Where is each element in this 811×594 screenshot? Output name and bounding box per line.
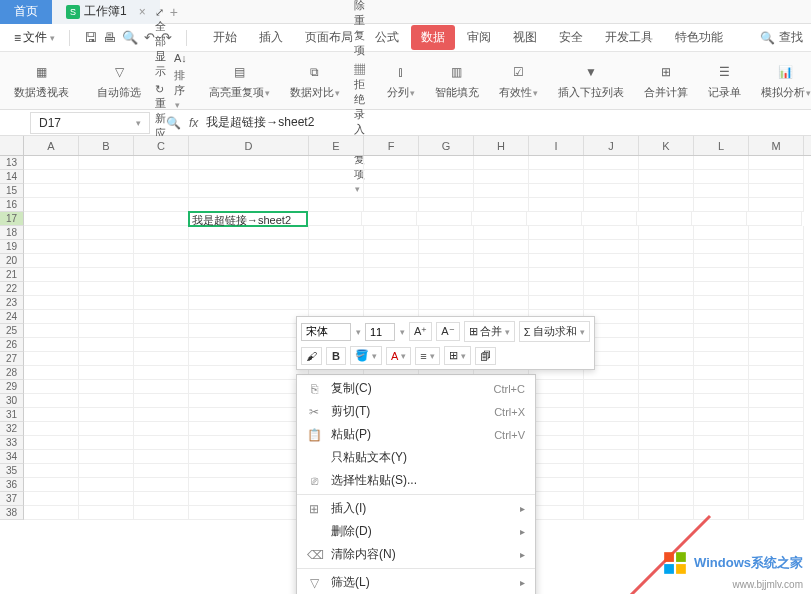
cell[interactable] [189, 226, 309, 240]
border-icon[interactable]: ⊞▾ [444, 346, 471, 365]
cell[interactable] [189, 310, 309, 324]
row-header[interactable]: 16 [0, 198, 24, 212]
cell[interactable] [364, 170, 419, 184]
cell[interactable] [417, 212, 472, 226]
col-header[interactable]: J [584, 136, 639, 155]
cell[interactable] [309, 198, 364, 212]
cell[interactable] [134, 240, 189, 254]
col-header[interactable]: K [639, 136, 694, 155]
cell[interactable] [189, 240, 309, 254]
context-menu-item[interactable]: ▽筛选(L)▸ [297, 571, 535, 594]
data-compare-button[interactable]: ⧉ 数据对比▾ [284, 61, 346, 100]
cell[interactable] [584, 226, 639, 240]
row-header[interactable]: 30 [0, 394, 24, 408]
undo-icon[interactable]: ↶ [144, 30, 155, 45]
cell[interactable] [474, 254, 529, 268]
cell[interactable] [419, 156, 474, 170]
cell[interactable] [79, 422, 134, 436]
cell[interactable] [529, 198, 584, 212]
context-menu-item[interactable]: ✂剪切(T)Ctrl+X [297, 400, 535, 423]
cell[interactable] [189, 254, 309, 268]
cell[interactable] [749, 226, 804, 240]
cell[interactable] [364, 240, 419, 254]
cell[interactable] [79, 506, 134, 520]
fx-icon[interactable]: fx [189, 116, 198, 130]
col-header[interactable]: E [309, 136, 364, 155]
cell[interactable] [584, 198, 639, 212]
cell[interactable] [584, 408, 639, 422]
cell[interactable] [24, 254, 79, 268]
cell[interactable] [134, 464, 189, 478]
row-header[interactable]: 27 [0, 352, 24, 366]
cell[interactable] [189, 268, 309, 282]
cell[interactable] [584, 492, 639, 506]
cell[interactable] [637, 212, 692, 226]
cell[interactable] [24, 436, 79, 450]
cell[interactable] [24, 156, 79, 170]
cell[interactable] [639, 380, 694, 394]
cell[interactable] [189, 324, 309, 338]
cell[interactable] [24, 296, 79, 310]
cell[interactable] [24, 184, 79, 198]
cell[interactable] [692, 212, 747, 226]
tab-data[interactable]: 数据 [411, 25, 455, 50]
cell[interactable] [694, 408, 749, 422]
cell[interactable] [639, 156, 694, 170]
cell[interactable] [639, 422, 694, 436]
col-header[interactable]: C [134, 136, 189, 155]
cell[interactable] [529, 240, 584, 254]
cell[interactable] [24, 198, 79, 212]
row-header[interactable]: 26 [0, 338, 24, 352]
align-icon[interactable]: ≡▾ [415, 347, 439, 365]
smart-fill-button[interactable]: ▥ 智能填充 [429, 61, 485, 100]
cell[interactable] [474, 184, 529, 198]
cell[interactable] [134, 296, 189, 310]
cell[interactable] [79, 436, 134, 450]
cell[interactable] [79, 478, 134, 492]
cell[interactable] [694, 380, 749, 394]
cell[interactable] [419, 198, 474, 212]
cell[interactable] [134, 436, 189, 450]
row-header[interactable]: 21 [0, 268, 24, 282]
cell[interactable] [134, 492, 189, 506]
cell[interactable] [639, 436, 694, 450]
cell[interactable] [694, 478, 749, 492]
context-menu-item[interactable]: 只粘贴文本(Y) [297, 446, 535, 469]
row-header[interactable]: 23 [0, 296, 24, 310]
cell[interactable] [639, 170, 694, 184]
cell[interactable] [749, 366, 804, 380]
cell[interactable] [694, 240, 749, 254]
cell[interactable] [694, 464, 749, 478]
consolidate-button[interactable]: ⊞ 合并计算 [638, 61, 694, 100]
cell[interactable] [529, 282, 584, 296]
cell[interactable] [474, 240, 529, 254]
fill-color-icon[interactable]: 🪣▾ [350, 346, 382, 365]
cell[interactable] [584, 422, 639, 436]
context-menu-item[interactable]: 删除(D)▸ [297, 520, 535, 543]
cell[interactable] [189, 492, 309, 506]
cell[interactable] [79, 324, 134, 338]
cell[interactable] [529, 450, 584, 464]
cell[interactable] [134, 422, 189, 436]
cell[interactable] [189, 156, 309, 170]
cell[interactable] [79, 198, 134, 212]
bold-icon[interactable]: B [326, 347, 346, 365]
cell[interactable] [639, 198, 694, 212]
cell[interactable] [639, 394, 694, 408]
cell[interactable] [639, 352, 694, 366]
cell[interactable] [749, 506, 804, 520]
format-painter-icon[interactable]: 🖌 [301, 347, 322, 365]
cell[interactable] [364, 184, 419, 198]
highlight-dup-button[interactable]: ▤ 高亮重复项▾ [203, 61, 276, 100]
cell[interactable] [79, 464, 134, 478]
cell[interactable] [529, 408, 584, 422]
cell[interactable] [639, 268, 694, 282]
cell[interactable] [79, 254, 134, 268]
cell[interactable] [584, 240, 639, 254]
row-header[interactable]: 34 [0, 450, 24, 464]
row-header[interactable]: 33 [0, 436, 24, 450]
insert-dropdown-button[interactable]: ▼ 插入下拉列表 [552, 61, 630, 100]
col-header[interactable]: B [79, 136, 134, 155]
cell[interactable] [694, 394, 749, 408]
cell[interactable] [584, 478, 639, 492]
